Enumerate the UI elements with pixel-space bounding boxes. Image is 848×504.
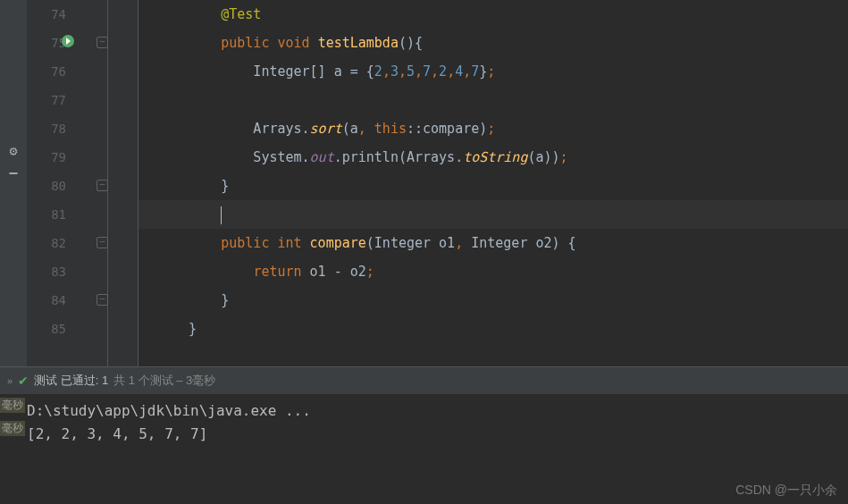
code-line[interactable]: } [139, 172, 848, 200]
test-passed-text: 测试 已通过: 1 [34, 373, 108, 389]
code-line[interactable]: } [139, 315, 848, 343]
line-number: 84 [11, 286, 73, 315]
gutter-icons: −−−− [89, 0, 139, 366]
ms-label: 毫秒 [0, 398, 25, 413]
text-cursor [221, 206, 222, 224]
code-line[interactable]: public void testLambda(){ [139, 29, 848, 57]
fold-end-icon[interactable]: − [97, 180, 108, 191]
console-output[interactable]: 毫秒 毫秒 D:\study\app\jdk\bin\java.exe ... … [0, 394, 848, 451]
ms-label: 毫秒 [0, 421, 25, 436]
line-number: 76 [11, 57, 73, 86]
line-number: 78 [11, 114, 73, 143]
fold-end-icon[interactable]: − [97, 294, 108, 306]
editor-area: ⚙ — 747576777879808182838485 −−−− @Test … [0, 0, 848, 366]
code-line[interactable] [139, 200, 848, 229]
line-number: 82 [11, 229, 73, 257]
watermark: CSDN @一只小余 [735, 483, 837, 499]
chevron-icon[interactable]: » [7, 375, 13, 386]
code-line[interactable]: @Test [139, 0, 848, 29]
code-line[interactable]: public int compare(Integer o1, Integer o… [139, 229, 848, 257]
code-line[interactable]: return o1 - o2; [139, 257, 848, 286]
line-number: 74 [11, 0, 73, 29]
console-line: D:\study\app\jdk\bin\java.exe ... [7, 399, 841, 423]
line-number: 80 [11, 172, 73, 200]
code-line[interactable]: Arrays.sort(a, this::compare); [139, 114, 848, 143]
test-status-bar: » ✔ 测试 已通过: 1 共 1 个测试 – 3毫秒 [0, 367, 848, 394]
line-number: 85 [11, 315, 73, 343]
line-number-gutter: 747576777879808182838485 [27, 0, 89, 366]
line-number: 77 [11, 86, 73, 114]
code-editor[interactable]: @Test public void testLambda(){ Integer[… [139, 0, 848, 366]
fold-start-icon[interactable]: − [97, 37, 108, 48]
run-panel: » ✔ 测试 已通过: 1 共 1 个测试 – 3毫秒 毫秒 毫秒 D:\stu… [0, 366, 848, 504]
test-count-text: 共 1 个测试 – 3毫秒 [113, 373, 215, 389]
line-number: 83 [11, 257, 73, 286]
console-line: [2, 2, 3, 4, 5, 7, 7] [7, 423, 841, 446]
code-line[interactable]: Integer[] a = {2,3,5,7,2,4,7}; [139, 57, 848, 86]
run-test-icon[interactable] [61, 34, 75, 52]
line-number: 79 [11, 143, 73, 172]
code-line[interactable]: } [139, 286, 848, 315]
check-icon: ✔ [18, 374, 29, 388]
code-line[interactable]: System.out.println(Arrays.toString(a)); [139, 143, 848, 172]
line-number: 81 [11, 200, 73, 229]
fold-start-icon[interactable]: − [97, 237, 108, 248]
code-line[interactable] [139, 86, 848, 114]
